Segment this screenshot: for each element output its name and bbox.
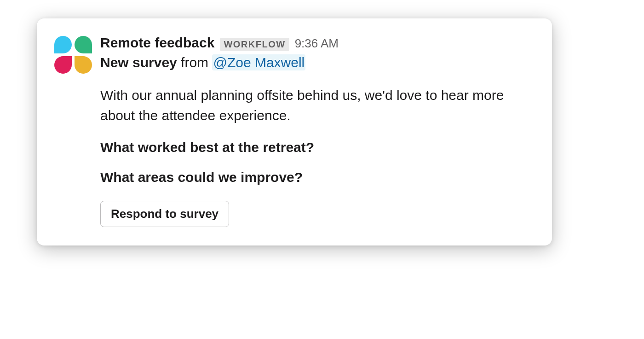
question-1: What worked best at the retreat? [100,138,532,156]
subtitle: New survey from @Zoe Maxwell [100,53,532,72]
subtitle-from: from [177,55,213,70]
question-2: What areas could we improve? [100,168,532,186]
respond-button[interactable]: Respond to survey [100,201,229,227]
message-content: Remote feedback WORKFLOW 9:36 AM New sur… [100,35,532,227]
petal-icon [75,36,92,53]
workflow-badge: WORKFLOW [220,38,289,51]
message-card: Remote feedback WORKFLOW 9:36 AM New sur… [37,18,552,245]
message-header: Remote feedback WORKFLOW 9:36 AM [100,35,532,51]
petal-icon [75,56,92,74]
sender-name: Remote feedback [100,35,214,51]
user-mention[interactable]: @Zoe Maxwell [212,54,305,70]
workflow-avatar-icon [53,35,93,75]
petal-icon [54,36,72,53]
subtitle-title: New survey [100,55,177,70]
timestamp: 9:36 AM [295,36,339,51]
petal-icon [54,56,72,74]
message-body: With our annual planning offsite behind … [100,85,532,125]
